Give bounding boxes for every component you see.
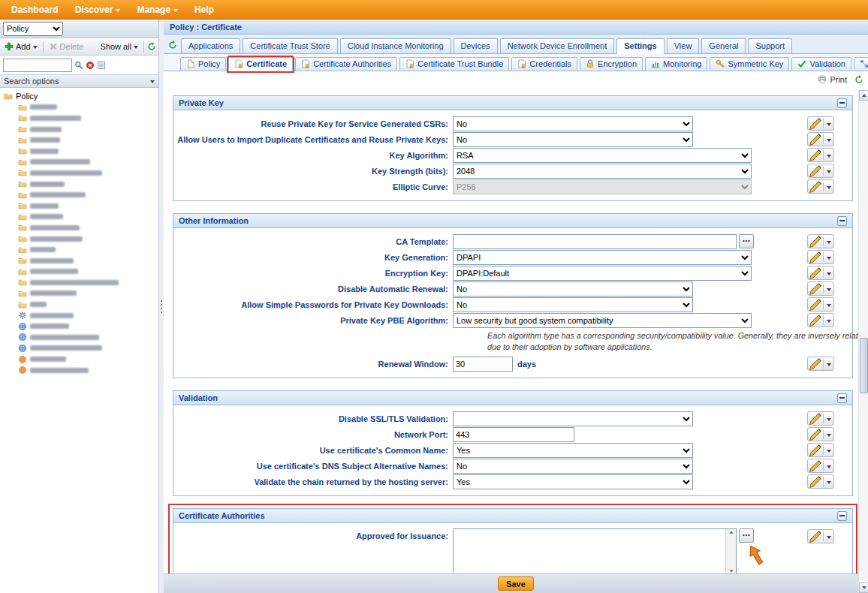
edit-button[interactable] <box>807 116 834 131</box>
edit-dropdown-button[interactable] <box>824 432 833 437</box>
edit-dropdown-button[interactable] <box>824 303 833 307</box>
tab-view[interactable]: View <box>667 38 700 53</box>
field-listbox-approved-for-issuance[interactable] <box>453 528 737 573</box>
tree-item-redacted[interactable] <box>18 102 158 113</box>
field-select-allow-users-to-import-duplicate-certificates-and-reuse-private-keys[interactable]: No <box>453 132 693 147</box>
menu-item-manage[interactable]: Manage <box>128 0 186 19</box>
refresh-icon[interactable] <box>168 41 177 50</box>
collapse-button[interactable] <box>837 393 847 403</box>
edit-button[interactable] <box>807 266 834 280</box>
tree-item-redacted[interactable] <box>18 365 158 376</box>
search-options-header[interactable]: Search options <box>0 74 158 88</box>
tree-item-redacted[interactable] <box>18 332 158 343</box>
tree-item-redacted[interactable] <box>18 179 158 190</box>
edit-button[interactable] <box>807 427 834 441</box>
edit-button[interactable] <box>807 443 834 457</box>
tree-item-redacted[interactable] <box>18 222 158 233</box>
field-select-validate-the-chain-returned-by-the-hosting-server[interactable]: Yes <box>453 474 693 489</box>
collapse-button[interactable] <box>837 98 847 108</box>
edit-dropdown-button[interactable] <box>824 271 833 275</box>
edit-dropdown-button[interactable] <box>824 362 833 366</box>
advanced-search-icon[interactable] <box>97 61 106 70</box>
tree-item-redacted[interactable] <box>18 321 158 332</box>
edit-dropdown-button[interactable] <box>824 464 833 468</box>
tree-item-redacted[interactable] <box>18 124 158 135</box>
collapse-button[interactable] <box>837 511 847 521</box>
edit-button[interactable] <box>807 148 834 162</box>
tab-encryption[interactable]: Encryption <box>580 57 643 71</box>
tree-item-redacted[interactable] <box>18 288 158 300</box>
edit-button[interactable] <box>807 234 834 248</box>
tree-item-redacted[interactable] <box>18 255 158 266</box>
tree-item-redacted[interactable] <box>18 167 158 179</box>
refresh-icon[interactable] <box>854 75 863 84</box>
edit-button[interactable] <box>807 459 834 473</box>
tab-general[interactable]: General <box>701 38 746 53</box>
tab-devices[interactable]: Devices <box>454 38 498 53</box>
field-select-use-certificate-s-common-name[interactable]: Yes <box>453 443 693 458</box>
field-select-encryption-key[interactable]: DPAPI:Default <box>453 266 752 281</box>
tab-cloud-instance-monitoring[interactable]: Cloud Instance Monitoring <box>340 38 451 53</box>
edit-button[interactable] <box>807 250 834 264</box>
tree-item-redacted[interactable] <box>18 354 158 365</box>
tree-item-redacted[interactable] <box>18 244 158 255</box>
browse-button[interactable]: ... <box>739 528 754 543</box>
delete-button[interactable]: Delete <box>47 41 86 53</box>
tree-item-redacted[interactable] <box>18 343 158 354</box>
edit-dropdown-button[interactable] <box>824 153 833 158</box>
tab-certificate[interactable]: Certificate <box>228 57 293 71</box>
tree-item-redacted[interactable] <box>18 277 158 288</box>
field-select-private-key-pbe-algorithm[interactable]: Low security but good system compatibili… <box>453 313 752 328</box>
search-input[interactable] <box>3 59 72 72</box>
add-button[interactable]: Add <box>2 41 40 53</box>
scroll-thumb[interactable] <box>860 338 868 393</box>
edit-dropdown-button[interactable] <box>824 255 833 260</box>
print-button[interactable]: Print <box>818 75 847 84</box>
tab-policy[interactable]: Policy <box>180 57 226 71</box>
listbox-scrollbar[interactable] <box>725 529 736 573</box>
field-select-use-certificate-s-dns-subject-alternative-names[interactable]: No <box>453 459 693 474</box>
tree-item-redacted[interactable] <box>18 266 158 278</box>
tab-symmetric-key[interactable]: Symmetric Key <box>710 57 789 71</box>
tab-settings[interactable]: Settings <box>616 38 664 54</box>
field-input-ca-template[interactable] <box>453 234 737 249</box>
edit-button[interactable] <box>807 357 834 371</box>
edit-button[interactable] <box>807 297 834 312</box>
tab-applications[interactable]: Applications <box>181 38 240 53</box>
edit-dropdown-button[interactable] <box>824 318 833 323</box>
edit-dropdown-button[interactable] <box>824 480 833 484</box>
tree-item-redacted[interactable] <box>18 233 158 245</box>
tab-certificate-authorities[interactable]: Certificate Authorities <box>295 57 397 71</box>
edit-dropdown-button[interactable] <box>824 169 833 173</box>
field-select-disable-ssl-tls-validation[interactable] <box>453 411 693 426</box>
edit-button[interactable] <box>807 313 834 327</box>
field-select-elliptic-curve[interactable]: P256 <box>453 179 752 194</box>
menu-item-help[interactable]: Help <box>186 0 222 19</box>
clear-search-icon[interactable] <box>86 61 95 70</box>
edit-dropdown-button[interactable] <box>824 122 833 126</box>
field-select-reuse-private-key-for-service-generated-csrs[interactable]: No <box>453 116 693 131</box>
edit-dropdown-button[interactable] <box>824 239 833 244</box>
vertical-scrollbar[interactable] <box>858 90 868 593</box>
panel-select[interactable]: Policy <box>3 22 63 36</box>
edit-dropdown-button[interactable] <box>824 287 833 291</box>
scroll-up-button[interactable] <box>859 90 868 101</box>
tree-item-redacted[interactable] <box>18 212 158 223</box>
tree-item-redacted[interactable] <box>18 310 158 321</box>
refresh-icon[interactable] <box>147 42 156 51</box>
tab-certificate-trust-store[interactable]: Certificate Trust Store <box>243 38 337 53</box>
menu-item-dashboard[interactable]: Dashboard <box>3 0 67 19</box>
tree-item-redacted[interactable] <box>18 134 158 146</box>
edit-button[interactable] <box>807 411 834 426</box>
edit-dropdown-button[interactable] <box>824 417 833 421</box>
tab-validation[interactable]: Validation <box>791 57 851 71</box>
field-select-disable-automatic-renewal[interactable]: No <box>453 281 693 296</box>
edit-button[interactable] <box>807 474 834 489</box>
field-select-allow-simple-passwords-for-private-key-downloads[interactable]: No <box>453 297 693 312</box>
tab-workflow[interactable]: Workflow <box>854 57 868 71</box>
edit-dropdown-button[interactable] <box>824 137 833 142</box>
tab-support[interactable]: Support <box>748 38 792 53</box>
scroll-down-button[interactable] <box>859 582 868 593</box>
field-input-renewal-window[interactable] <box>453 357 513 372</box>
tree-item-redacted[interactable] <box>18 299 158 310</box>
